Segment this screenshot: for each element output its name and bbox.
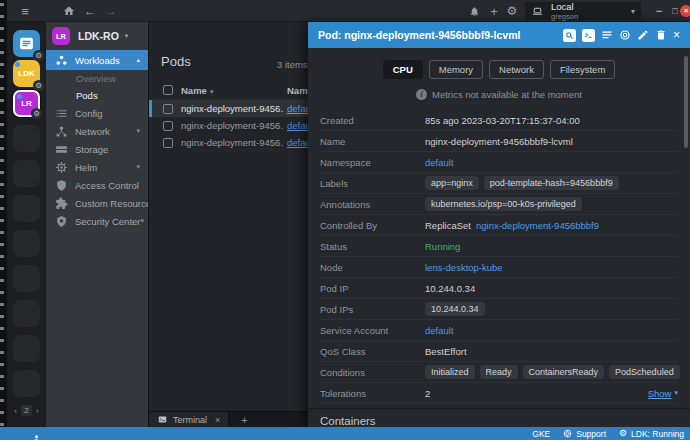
- sidebar-item-access-control[interactable]: Access Control: [46, 176, 148, 194]
- field-pod-ips: Pod IPs 10.244.0.34: [320, 299, 678, 320]
- annotation-badge: kubernetes.io/psp=00-k0s-privileged: [425, 197, 582, 211]
- tab-network[interactable]: Network: [489, 60, 544, 79]
- shield-icon: [55, 179, 68, 192]
- settings-icon[interactable]: ⚙: [505, 0, 519, 22]
- hotbar-item-ldk[interactable]: LDK ⚙: [13, 60, 40, 87]
- chevron-down-icon: ▾: [136, 127, 140, 135]
- sidebar-item-overview[interactable]: Overview: [46, 70, 148, 87]
- field-qos-class: QoS Class BestEffort: [320, 341, 678, 362]
- close-icon[interactable]: ×: [215, 415, 220, 425]
- sidebar-item-workloads[interactable]: Workloads ▴: [46, 50, 148, 70]
- field-controlled-by: Controlled By ReplicaSet nginx-deploymen…: [320, 215, 678, 236]
- hotbar-empty-slot[interactable]: [13, 230, 40, 257]
- chevron-down-icon: ▾: [136, 163, 140, 171]
- cluster-header[interactable]: LR LDK-RO ▾: [46, 22, 148, 50]
- terminal-icon: [157, 415, 168, 424]
- hotbar-item-lr-selected[interactable]: LR ⚙: [13, 90, 40, 117]
- pager-next-icon[interactable]: ›: [36, 406, 39, 416]
- hotbar-pager: ‹ 2 ›: [7, 405, 46, 416]
- gear-icon: ⚙: [619, 429, 627, 438]
- statusbar-cluster-status[interactable]: ⚙ LDK: Running: [619, 429, 684, 439]
- column-header-name[interactable]: Name▾: [181, 85, 213, 96]
- label-badge: pod-template-hash=9456bbbf9: [484, 176, 619, 190]
- pager-prev-icon[interactable]: ‹: [14, 406, 17, 416]
- new-tab-button[interactable]: +: [241, 414, 247, 426]
- pod-name-cell: nginx-deployment-9456…: [181, 120, 283, 131]
- row-checkbox[interactable]: [163, 138, 173, 148]
- context-switcher[interactable]: Local gregson ▾: [525, 2, 641, 20]
- home-icon[interactable]: [62, 0, 76, 22]
- pod-shell-button[interactable]: [582, 29, 595, 42]
- hotbar-item-catalog[interactable]: ⚙: [13, 30, 40, 57]
- field-namespace: Namespace default: [320, 152, 678, 173]
- service-account-link[interactable]: default: [425, 325, 454, 336]
- hotbar-empty-slot[interactable]: [13, 160, 40, 187]
- drawer-scrollbar[interactable]: [684, 56, 688, 148]
- tab-cpu[interactable]: CPU: [383, 60, 423, 79]
- cluster-sidebar: LR LDK-RO ▾ Workloads ▴ Overview Pods Co…: [46, 22, 148, 427]
- trash-icon: [655, 29, 667, 41]
- pod-logs-button[interactable]: [601, 29, 613, 41]
- app-menu-icon[interactable]: ≡: [17, 0, 33, 22]
- hotbar: ⚙ LDK ⚙ LR ⚙ ‹ 2 ›: [7, 22, 46, 427]
- select-all-checkbox[interactable]: [163, 85, 173, 95]
- pencil-icon: [637, 29, 649, 41]
- target-icon: [619, 29, 631, 41]
- sidebar-item-security-center[interactable]: Security Center ▾: [46, 212, 148, 230]
- topbar: ≡ ← → + ⚙ Local gregson ▾ − □ ×: [7, 0, 690, 22]
- gear-icon[interactable]: ⚙: [31, 108, 42, 119]
- node-link[interactable]: lens-desktop-kube: [425, 262, 503, 273]
- sidebar-item-pods[interactable]: Pods: [46, 87, 148, 104]
- lens-app-window: ≡ ← → + ⚙ Local gregson ▾ − □ × ⚙ LDK: [0, 0, 690, 440]
- pod-attach-button[interactable]: [619, 29, 631, 41]
- terminal-tab[interactable]: Terminal ×: [149, 412, 229, 427]
- add-cluster-icon[interactable]: +: [487, 0, 501, 22]
- sidebar-item-custom-resources[interactable]: Custom Resources ▾: [46, 194, 148, 212]
- context-name: Local: [551, 2, 578, 12]
- window-minimize-button[interactable]: −: [653, 0, 665, 22]
- tab-memory[interactable]: Memory: [429, 60, 483, 79]
- row-checkbox[interactable]: [163, 104, 173, 114]
- show-tolerations-link[interactable]: Show ▾: [648, 388, 678, 399]
- hotbar-empty-slot[interactable]: [13, 335, 40, 362]
- tab-filesystem[interactable]: Filesystem: [550, 60, 615, 79]
- hotbar-empty-slot[interactable]: [13, 300, 40, 327]
- field-created: Created 85s ago 2023-03-20T17:15:37-04:0…: [320, 110, 678, 131]
- hotbar-empty-slot[interactable]: [13, 195, 40, 222]
- cluster-name: LDK-RO: [78, 30, 119, 42]
- statusbar-support[interactable]: Support: [563, 429, 606, 439]
- pod-inspect-button[interactable]: [563, 29, 576, 42]
- pod-edit-button[interactable]: [637, 29, 649, 41]
- sidebar-item-network[interactable]: Network ▾: [46, 122, 148, 140]
- field-labels: Labels app=nginx pod-template-hash=9456b…: [320, 173, 678, 194]
- sidebar-item-storage[interactable]: Storage: [46, 140, 148, 158]
- sidebar-item-helm[interactable]: Helm ▾: [46, 158, 148, 176]
- metrics-tabs: CPU Memory Network Filesystem: [308, 60, 690, 79]
- namespace-link[interactable]: default: [425, 157, 454, 168]
- chevron-down-icon: ▾: [125, 32, 129, 40]
- hotbar-empty-slot[interactable]: [13, 370, 40, 397]
- window-close-button[interactable]: ×: [680, 5, 690, 17]
- shell-icon: [584, 31, 593, 40]
- sidebar-item-config[interactable]: Config: [46, 104, 148, 122]
- search-icon: [565, 31, 574, 40]
- drawer-header: Pod: nginx-deployment-9456bbbf9-lcvml ×: [308, 22, 690, 48]
- pod-delete-button[interactable]: [655, 29, 667, 41]
- drawer-close-icon[interactable]: ×: [673, 29, 680, 41]
- cluster-avatar: LR: [52, 27, 70, 45]
- forward-icon[interactable]: →: [104, 0, 118, 22]
- statusbar: GKE Support ⚙ LDK: Running: [0, 427, 690, 440]
- laptop-icon: [531, 6, 544, 17]
- label-badge: app=nginx: [425, 176, 479, 190]
- section-divider: [308, 408, 690, 409]
- storage-icon: [55, 143, 68, 156]
- row-checkbox[interactable]: [163, 121, 173, 131]
- status-badge: Running: [425, 241, 460, 252]
- hotbar-empty-slot[interactable]: [13, 265, 40, 292]
- context-user: gregson: [551, 13, 578, 21]
- hotbar-empty-slot[interactable]: [13, 125, 40, 152]
- back-icon[interactable]: ←: [83, 0, 97, 22]
- notifications-icon[interactable]: [467, 0, 481, 22]
- user-icon[interactable]: [32, 429, 41, 440]
- replicaset-link[interactable]: nginx-deployment-9456bbbf9: [476, 220, 599, 231]
